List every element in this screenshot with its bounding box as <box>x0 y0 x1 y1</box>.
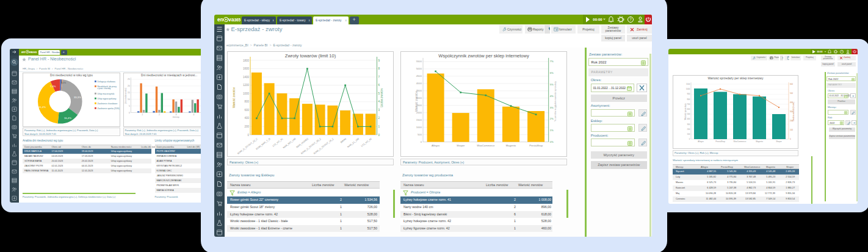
svg-text:1400: 1400 <box>243 76 250 79</box>
svg-text:Allegro: Allegro <box>432 144 440 147</box>
svg-text:0: 0 <box>129 111 130 113</box>
svg-text:1000: 1000 <box>243 92 250 95</box>
svg-text:600: 600 <box>687 108 690 110</box>
svg-text:8: 8 <box>378 67 380 70</box>
svg-text:400: 400 <box>687 118 690 120</box>
svg-text:5500: 5500 <box>416 60 422 63</box>
svg-text:100: 100 <box>790 129 793 131</box>
svg-text:0: 0 <box>378 134 380 137</box>
svg-text:LYZ_HC_41: LYZ_HC_41 <box>272 138 284 148</box>
svg-text:0: 0 <box>790 138 791 140</box>
svg-text:2%: 2% <box>550 117 554 120</box>
svg-text:500: 500 <box>790 92 793 95</box>
svg-text:0: 0 <box>247 134 249 137</box>
svg-text:Magento: Magento <box>756 140 763 143</box>
svg-text:2: 2 <box>378 117 380 120</box>
svg-text:Średnia wartość (brutto): Średnia wartość (brutto) <box>792 102 795 121</box>
svg-text:WooCommerce: WooCommerce <box>734 140 747 143</box>
svg-text:5%: 5% <box>550 83 554 86</box>
svg-text:Zwolnienie chorobowe: Zwolnienie chorobowe <box>98 102 118 104</box>
svg-text:300: 300 <box>687 123 690 126</box>
svg-text:0%: 0% <box>550 140 554 143</box>
svg-text:10: 10 <box>128 98 130 100</box>
svg-text:?: ? <box>629 17 632 21</box>
svg-text:41,4%: 41,4% <box>38 106 46 109</box>
svg-text:6: 6 <box>378 84 380 87</box>
svg-text:Wartość zwrotów: Wartość zwrotów <box>415 90 418 112</box>
svg-text:(dni nieobecności): (dni nieobecności) <box>125 88 127 104</box>
svg-text:1: 1 <box>378 125 380 128</box>
svg-text:900: 900 <box>687 93 690 95</box>
svg-text:Urlop wypoczynkowy: Urlop wypoczynkowy <box>98 97 117 99</box>
svg-text:Shoper: Shoper <box>457 144 465 147</box>
svg-text:4000: 4000 <box>416 82 422 85</box>
svg-text:z pow. choroby: z pow. choroby <box>98 87 111 90</box>
svg-text:2: 2 <box>158 113 159 116</box>
svg-text:33,3%: 33,3% <box>74 96 81 99</box>
svg-text:Wartość zwrotów: Wartość zwrotów <box>233 87 236 108</box>
svg-text:Wartość sprzedaży: Wartość sprzedaży <box>684 103 687 120</box>
svg-text:1,5%: 1,5% <box>61 82 67 84</box>
svg-text:4500: 4500 <box>416 74 422 77</box>
svg-text:LYZ_HC_42: LYZ_HC_42 <box>361 138 372 148</box>
svg-text:miesiąc: miesiąc <box>172 116 179 118</box>
svg-text:PrestaShop: PrestaShop <box>529 144 543 147</box>
svg-text:PrestaShop: PrestaShop <box>715 140 725 143</box>
svg-text:WooCommerce: WooCommerce <box>477 144 495 147</box>
svg-text:20: 20 <box>128 85 130 87</box>
svg-text:1500: 1500 <box>416 118 422 121</box>
svg-text:ROW_G_SCOUT_22_C: ROW_G_SCOUT_22_C <box>237 137 258 155</box>
svg-text:200: 200 <box>244 125 249 128</box>
svg-text:500: 500 <box>418 133 422 136</box>
svg-text:% zwrotów względem wartości sp: % zwrotów względem wartości sprzedaży <box>554 81 557 121</box>
svg-text:400: 400 <box>244 117 249 120</box>
svg-text:Urlop macierzyński: Urlop macierzyński <box>98 92 115 95</box>
svg-text:800: 800 <box>687 98 690 101</box>
svg-text:25: 25 <box>128 78 130 81</box>
svg-text:Zwolnienie opieka (ZUS): Zwolnienie opieka (ZUS) <box>98 107 120 109</box>
svg-text:3%: 3% <box>550 106 554 109</box>
svg-text:4%: 4% <box>550 95 554 98</box>
svg-text:3: 3 <box>378 109 380 112</box>
svg-text:1100: 1100 <box>686 83 690 85</box>
svg-text:1800: 1800 <box>243 59 250 62</box>
svg-text:Magento: Magento <box>506 144 516 147</box>
svg-text:200: 200 <box>687 128 690 131</box>
svg-text:600: 600 <box>790 83 793 85</box>
svg-text:1600: 1600 <box>243 67 250 70</box>
svg-text:6%: 6% <box>550 71 554 74</box>
svg-text:600: 600 <box>244 109 249 112</box>
svg-text:7%: 7% <box>550 60 554 63</box>
svg-text:00:00: 00:00 <box>593 18 602 21</box>
svg-text:9: 9 <box>378 59 380 62</box>
svg-text:700: 700 <box>687 103 690 106</box>
svg-text:5000: 5000 <box>416 67 422 70</box>
svg-text:Delegacja służbowa: Delegacja służbowa <box>98 80 115 82</box>
svg-text:0: 0 <box>421 140 422 143</box>
svg-text:500: 500 <box>687 113 690 115</box>
svg-text:NAM_HOME2: NAM_HOME2 <box>296 138 309 149</box>
svg-text:4: 4 <box>193 113 194 116</box>
svg-text:Liczba zwrotów: Liczba zwrotów <box>380 88 383 107</box>
svg-text:BIKINI: BIKINI <box>340 138 347 144</box>
svg-text:1%: 1% <box>550 129 554 132</box>
svg-text:15: 15 <box>128 92 130 94</box>
svg-text:5: 5 <box>129 104 130 107</box>
svg-text:1000: 1000 <box>416 126 422 129</box>
svg-text:Allegro: Allegro <box>698 140 704 143</box>
svg-text:?: ? <box>841 50 843 53</box>
svg-text:800: 800 <box>244 100 249 103</box>
svg-text:7,4%: 7,4% <box>50 84 56 87</box>
svg-text:NAR_Z1_180: NAR_Z1_180 <box>347 138 360 148</box>
svg-text:1: 1 <box>142 113 143 116</box>
svg-text:Shoper: Shoper <box>776 140 782 143</box>
svg-text:1000: 1000 <box>686 88 690 90</box>
svg-text:00:00: 00:00 <box>817 51 822 53</box>
svg-text:16,4%: 16,4% <box>64 117 71 120</box>
svg-text:1200: 1200 <box>243 84 250 87</box>
svg-text:0: 0 <box>689 138 690 140</box>
svg-text:100: 100 <box>687 133 690 135</box>
svg-text:7: 7 <box>378 76 380 79</box>
svg-text:NAR_WO_140: NAR_WO_140 <box>283 138 296 149</box>
